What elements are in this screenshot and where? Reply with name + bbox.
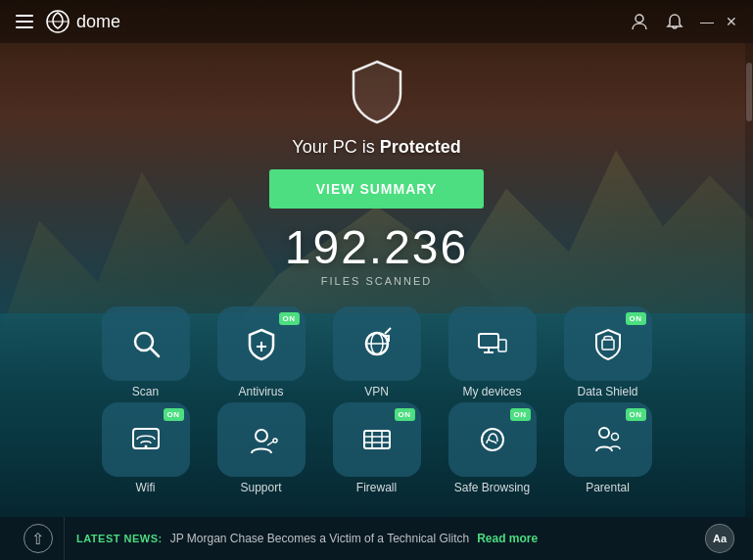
feature-antivirus[interactable]: ON Antivirus	[209, 306, 314, 398]
firewall-label: Firewall	[356, 481, 397, 494]
data-shield-icon	[590, 326, 626, 361]
feature-scan[interactable]: Scan	[93, 306, 199, 398]
scan-icon-wrap	[102, 306, 190, 381]
features-row-1: Scan ON Antivirus	[93, 306, 661, 398]
bell-icon[interactable]	[665, 12, 684, 31]
firewall-on-badge: ON	[395, 408, 415, 421]
antivirus-icon	[244, 326, 279, 361]
feature-my-devices[interactable]: My devices	[440, 306, 545, 398]
data-shield-label: Data Shield	[577, 385, 637, 398]
antivirus-icon-wrap: ON	[217, 306, 306, 381]
feature-vpn[interactable]: VPN	[324, 306, 430, 398]
svg-point-2	[635, 15, 643, 23]
safe-browsing-on-badge: ON	[510, 408, 531, 421]
svg-rect-21	[364, 431, 390, 448]
svg-point-28	[611, 434, 618, 441]
bottom-bar: ⇧ LATEST NEWS: JP Morgan Chase Becomes a…	[0, 517, 753, 560]
minimize-button[interactable]: —	[700, 14, 714, 29]
firewall-icon	[359, 422, 395, 457]
parental-on-badge: ON	[626, 408, 646, 421]
wifi-icon-wrap: ON	[102, 402, 190, 477]
feature-wifi[interactable]: ON Wifi	[93, 402, 199, 494]
status-prefix: Your PC is	[292, 137, 379, 157]
logo: dome	[45, 9, 120, 34]
svg-point-27	[599, 428, 609, 438]
accessibility-button[interactable]: Aa	[698, 517, 741, 560]
status-strong: Protected	[380, 137, 461, 157]
svg-point-18	[256, 430, 267, 442]
svg-point-20	[273, 439, 277, 443]
scan-icon	[128, 326, 164, 361]
chevron-up-icon: ⇧	[24, 524, 53, 553]
feature-firewall[interactable]: ON Firewall	[324, 402, 430, 494]
features-grid: Scan ON Antivirus	[0, 306, 753, 498]
files-label: FILES SCANNED	[321, 275, 432, 287]
status-text: Your PC is Protected	[292, 137, 460, 158]
scrollbar-thumb[interactable]	[746, 63, 752, 121]
svg-rect-14	[498, 340, 506, 351]
svg-rect-15	[602, 340, 614, 350]
my-devices-icon-wrap	[448, 306, 537, 381]
aa-badge: Aa	[705, 524, 734, 553]
firewall-icon-wrap: ON	[333, 402, 421, 477]
svg-line-10	[385, 328, 391, 334]
shield-container	[348, 59, 406, 129]
scroll-up-button[interactable]: ⇧	[12, 517, 65, 560]
support-icon	[244, 422, 279, 457]
view-summary-button[interactable]: VIEW SUMMARY	[269, 169, 484, 209]
my-devices-icon	[475, 326, 510, 361]
support-label: Support	[240, 481, 281, 494]
wifi-label: Wifi	[136, 481, 156, 494]
feature-parental[interactable]: ON Parental	[555, 402, 661, 494]
features-row-2: ON Wifi Support	[93, 402, 661, 494]
svg-point-17	[144, 445, 147, 448]
main-content: Your PC is Protected VIEW SUMMARY 192.23…	[0, 43, 753, 306]
scrollbar[interactable]	[745, 43, 753, 517]
news-text: JP Morgan Chase Becomes a Victim of a Te…	[170, 532, 469, 545]
vpn-icon-wrap	[333, 306, 421, 381]
safe-browsing-icon	[475, 422, 510, 457]
user-icon[interactable]	[630, 12, 649, 31]
feature-support[interactable]: Support	[209, 402, 314, 494]
support-icon-wrap	[217, 402, 306, 477]
titlebar-right: — ✕	[630, 12, 737, 31]
logo-icon	[45, 9, 71, 34]
files-count: 192.236	[285, 224, 469, 271]
news-section: LATEST NEWS: JP Morgan Chase Becomes a V…	[65, 532, 698, 545]
safe-browsing-label: Safe Browsing	[454, 481, 530, 494]
parental-label: Parental	[586, 481, 630, 494]
parental-icon	[590, 422, 626, 457]
titlebar-left: dome	[16, 9, 120, 34]
news-read-more[interactable]: Read more	[477, 532, 538, 545]
svg-line-19	[267, 442, 273, 445]
close-button[interactable]: ✕	[726, 14, 737, 29]
data-shield-on-badge: ON	[626, 312, 646, 325]
antivirus-on-badge: ON	[279, 312, 300, 325]
parental-icon-wrap: ON	[564, 402, 652, 477]
window-controls: — ✕	[700, 14, 737, 29]
scan-label: Scan	[132, 385, 159, 398]
data-shield-icon-wrap: ON	[564, 306, 652, 381]
safe-browsing-icon-wrap: ON	[448, 402, 537, 477]
svg-line-4	[151, 349, 159, 356]
wifi-on-badge: ON	[164, 408, 184, 421]
news-label: LATEST NEWS:	[76, 533, 163, 544]
feature-data-shield[interactable]: ON Data Shield	[555, 306, 661, 398]
logo-text: dome	[76, 12, 120, 32]
svg-rect-11	[479, 334, 498, 348]
wifi-icon	[128, 422, 164, 457]
titlebar: dome — ✕	[0, 0, 753, 43]
my-devices-label: My devices	[462, 385, 521, 398]
feature-safe-browsing[interactable]: ON Safe Browsing	[440, 402, 545, 494]
menu-button[interactable]	[16, 15, 33, 28]
vpn-label: VPN	[364, 385, 389, 398]
svg-point-26	[482, 429, 503, 450]
vpn-icon	[359, 326, 395, 361]
shield-icon	[348, 59, 406, 125]
antivirus-label: Antivirus	[238, 385, 283, 398]
